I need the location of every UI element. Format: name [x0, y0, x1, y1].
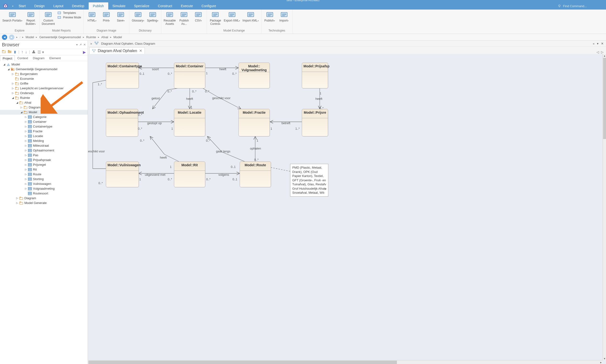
tree-twist-icon[interactable]: ▷: [24, 182, 27, 186]
ribbon-button-html[interactable]: HTML▾: [86, 11, 98, 23]
model-tree[interactable]: ◢Model◢Gemeentelijk Gegevensmodel▷Burger…: [0, 61, 88, 364]
tree-twist-icon[interactable]: ▷: [24, 153, 27, 158]
nav-back-button[interactable]: ◄: [2, 35, 7, 40]
breadcrumb-model[interactable]: Model: [26, 35, 34, 39]
ribbon-button-import-xml[interactable]: Import-XML▾: [243, 11, 259, 23]
tree-row[interactable]: ▷Pas: [0, 153, 88, 158]
scroll-right-icon[interactable]: ►: [599, 360, 603, 364]
tree-row[interactable]: ▷Prijsregel: [0, 162, 88, 167]
tree-row[interactable]: ◢Model: [0, 110, 88, 115]
tree-row[interactable]: ▷Locatie: [0, 134, 88, 139]
find-command-input[interactable]: [563, 4, 601, 8]
tree-row[interactable]: ▷Ophaalmoment: [0, 148, 88, 153]
hierarchy-icon[interactable]: ⬍: [13, 50, 16, 54]
tree-row[interactable]: ◢Gemeentelijk Gegevensmodel: [0, 67, 88, 72]
diagram-tab[interactable]: Diagram Afval Ophalen ✕: [89, 47, 145, 54]
menu-tab-simulate[interactable]: Simulate: [108, 2, 130, 10]
tree-row[interactable]: ▷Milieustraat: [0, 143, 88, 148]
ribbon-button-save[interactable]: Save▾: [115, 11, 127, 23]
uml-class-vuilniswagen[interactable]: Model::Vuilniswagen: [106, 161, 139, 187]
find-command[interactable]: [558, 2, 606, 10]
app-menu-drop-icon[interactable]: ▾: [11, 2, 14, 10]
collapse-icon[interactable]: «: [593, 42, 594, 45]
ribbon-button-print[interactable]: Print▾: [100, 11, 112, 23]
ribbon-button-report-builder[interactable]: Report Builder▾: [25, 11, 37, 26]
v-scroll-thumb[interactable]: [603, 58, 606, 139]
tree-row[interactable]: ▷Diagram: [0, 196, 88, 201]
move-up-icon[interactable]: ↑: [21, 50, 23, 54]
tree-row[interactable]: ▷Griffie: [0, 81, 88, 86]
tree-row[interactable]: ▷Melding: [0, 139, 88, 143]
tree-row[interactable]: ▷Route: [0, 172, 88, 177]
ribbon-stack-preview-mode[interactable]: Preview Mode: [57, 15, 81, 19]
tree-row[interactable]: ◢Ruimte: [0, 96, 88, 100]
ribbon-button-import[interactable]: Import▾: [278, 11, 290, 23]
tree-twist-icon[interactable]: ▷: [24, 115, 27, 119]
tree-twist-icon[interactable]: ▷: [24, 148, 27, 153]
tree-twist-icon[interactable]: ▷: [12, 72, 14, 77]
tree-row[interactable]: ▷Categorie: [0, 115, 88, 119]
tree-row[interactable]: ◢Afval: [0, 100, 88, 105]
options-icon[interactable]: ▾: [597, 42, 599, 45]
menu-tab-layout[interactable]: Layout: [49, 2, 68, 10]
tree-twist-icon[interactable]: ▷: [12, 91, 14, 96]
nav-forward-button[interactable]: ►: [9, 35, 14, 40]
menu-tab-design[interactable]: Design: [30, 2, 49, 10]
browser-tab-project[interactable]: Project: [0, 55, 15, 61]
tree-row[interactable]: ▷Vuilniswagen: [0, 182, 88, 186]
tree-row[interactable]: ▷Vulgraadmeting: [0, 186, 88, 191]
tree-twist-icon[interactable]: ▷: [12, 86, 14, 91]
tree-twist-icon[interactable]: ▷: [24, 162, 27, 167]
breadcrumb-gemeentelijk-gegevensmodel[interactable]: Gemeentelijk Gegevensmodel: [39, 35, 81, 39]
close-tab-icon[interactable]: ✕: [139, 49, 142, 53]
diagram-canvas[interactable]: note (dashed) --> Model::Containertype M…: [88, 54, 606, 364]
h-scroll-thumb[interactable]: [88, 361, 397, 364]
tree-twist-icon[interactable]: ▷: [24, 167, 27, 172]
panel-close-icon[interactable]: ✕: [83, 43, 86, 46]
tree-twist-icon[interactable]: ◢: [16, 100, 19, 105]
scroll-up-icon[interactable]: ▲: [603, 54, 606, 57]
tree-row[interactable]: ▷Leerplicht en Leerlingenvervoer: [0, 86, 88, 91]
uml-class-route[interactable]: Model::Route: [240, 161, 271, 187]
tree-row[interactable]: ▷Storting: [0, 177, 88, 182]
note-scroll-icon[interactable]: ▾: [325, 187, 326, 191]
tree-row[interactable]: Routesoort: [0, 191, 88, 196]
tree-twist-icon[interactable]: ▷: [24, 124, 27, 129]
tree-twist-icon[interactable]: ▷: [24, 158, 27, 162]
app-icon[interactable]: [2, 2, 9, 10]
tree-twist-icon[interactable]: ◢: [7, 67, 10, 72]
tree-row[interactable]: ▷Container: [0, 119, 88, 124]
menu-tab-develop[interactable]: Develop: [68, 2, 88, 10]
tree-twist-icon[interactable]: ◢: [3, 62, 6, 67]
browser-tab-context[interactable]: Context: [15, 55, 30, 61]
ribbon-button-reusable-assets[interactable]: Reusable Assets: [164, 11, 176, 26]
prev-tab-icon[interactable]: ◁: [596, 50, 599, 54]
tree-row[interactable]: ◢Model: [0, 62, 88, 67]
uml-class-container[interactable]: Model::Container: [174, 63, 205, 88]
tree-twist-icon[interactable]: ▷: [16, 201, 19, 205]
new-folder-icon[interactable]: [8, 50, 12, 54]
horizontal-scrollbar[interactable]: ◄ ►: [88, 360, 603, 364]
tree-row[interactable]: ▷Model Generate: [0, 201, 88, 205]
ribbon-button-package-control[interactable]: Package Control▾: [209, 11, 221, 26]
tree-row[interactable]: Economie: [0, 77, 88, 81]
close-panel-icon[interactable]: ✕: [601, 42, 604, 45]
uml-class-fractie[interactable]: Model::Fractie: [238, 109, 270, 136]
ribbon-button-search-portals[interactable]: Search Portals▾: [2, 11, 23, 23]
list-icon[interactable]: ☰ ▾: [38, 50, 44, 54]
ribbon-button-custom-document[interactable]: Custom Document: [42, 11, 55, 26]
tree-twist-icon[interactable]: ▷: [24, 134, 27, 139]
uml-class-containertype[interactable]: Model::Containertype: [106, 63, 139, 88]
tree-twist-icon[interactable]: ▷: [20, 105, 23, 110]
breadcrumb-afval[interactable]: Afval: [101, 35, 108, 39]
new-package-icon[interactable]: [2, 50, 6, 54]
ribbon-button-export-xml[interactable]: Export-XML▾: [224, 11, 240, 23]
uml-class-locatie[interactable]: Model::Locatie: [174, 109, 205, 136]
tree-twist-icon[interactable]: ◢: [20, 110, 23, 115]
menu-tab-start[interactable]: Start: [14, 2, 30, 10]
vertical-scrollbar[interactable]: ▲ ▼: [603, 54, 606, 360]
uml-class-prijsafspraak[interactable]: Model::Prijsafsp: [302, 63, 328, 88]
tree-twist-icon[interactable]: ▷: [24, 143, 27, 148]
tree-row[interactable]: ▷Diagram: [0, 105, 88, 110]
tree-row[interactable]: ▷Prijsafspraak: [0, 158, 88, 162]
